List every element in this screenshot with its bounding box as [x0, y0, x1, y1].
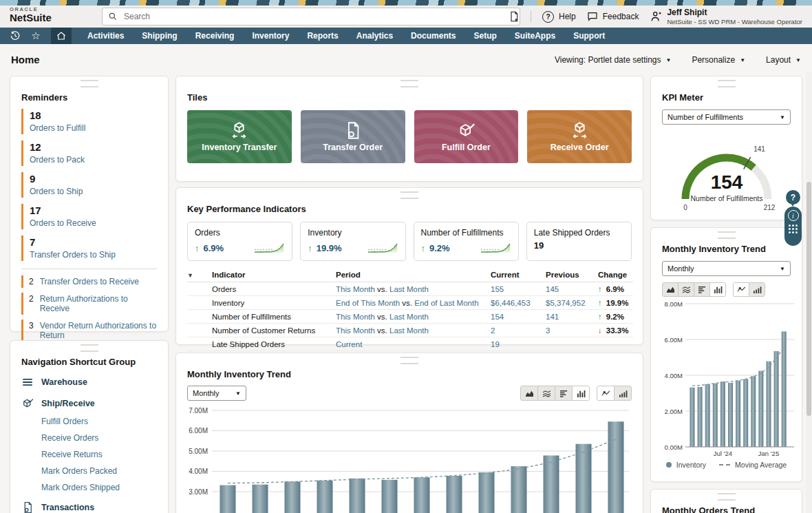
reminder-link[interactable]: Transfer Orders to Receive [40, 277, 139, 286]
nav-item-analytics[interactable]: Analytics [348, 28, 402, 44]
shortcut-link-receive-orders[interactable]: Receive Orders [10, 433, 168, 443]
kpi-card-inventory[interactable]: Inventory↑19.9% [300, 222, 405, 261]
nav-item-setup[interactable]: Setup [464, 28, 505, 44]
netsuite-logo[interactable]: ORACLE NetSuite [10, 7, 52, 23]
reminder-item[interactable]: 9Orders to Ship [21, 172, 157, 198]
previous-value-link[interactable]: 141 [546, 313, 559, 321]
reminder-item[interactable]: 2Transfer Orders to Receive [21, 275, 157, 288]
period-link[interactable]: This Month [336, 313, 375, 321]
reminder-link[interactable]: Return Authorizations to Receive [40, 294, 157, 313]
chart-type-lines-button[interactable] [679, 283, 694, 296]
nav-item-support[interactable]: Support [564, 28, 614, 44]
tile-fulfill-order[interactable]: Fulfill Order [414, 110, 519, 163]
current-value-link[interactable]: 154 [491, 313, 504, 321]
chart-type-hbars-button[interactable] [694, 283, 710, 296]
drag-handle[interactable] [81, 344, 98, 352]
apps-grid-icon[interactable] [789, 224, 798, 233]
recent-records-button[interactable] [6, 28, 25, 44]
drag-handle[interactable] [718, 493, 736, 501]
period-link[interactable]: Current [336, 340, 362, 348]
kpi-meter-select[interactable]: Number of Fulfillments▼ [662, 109, 791, 125]
shortcut-group-transactions[interactable]: Transactions [10, 501, 168, 513]
nav-item-shipping[interactable]: Shipping [133, 28, 186, 44]
search-input[interactable] [122, 11, 514, 22]
drag-handle[interactable] [400, 80, 418, 87]
previous-value-link[interactable]: $5,374,952 [546, 299, 586, 307]
kpi-card-late-shipped-orders[interactable]: Late Shipped Orders19 [526, 222, 632, 261]
nav-item-inventory[interactable]: Inventory [243, 28, 298, 44]
shortcut-group-ship-receive[interactable]: Ship/Receive [10, 397, 168, 410]
drag-handle[interactable] [400, 191, 418, 199]
range-select[interactable]: Monthly▼ [662, 261, 791, 276]
drag-handle[interactable] [718, 80, 736, 87]
reminder-link[interactable]: Transfer Orders to Ship [30, 250, 157, 260]
period-link[interactable]: End of This Month [336, 299, 400, 307]
global-search[interactable] [102, 8, 520, 25]
shortcuts-button[interactable]: ☆ [26, 28, 45, 44]
personalize-dropdown[interactable]: Personalize▼ [692, 55, 745, 65]
chart-type-cols-button[interactable] [710, 283, 725, 296]
current-value-link[interactable]: 19 [491, 340, 500, 348]
drag-handle[interactable] [81, 80, 98, 87]
chart-type-line-button[interactable] [734, 283, 749, 296]
chart-type-hbars-button[interactable] [555, 386, 573, 400]
chart-type-rising-button[interactable] [749, 283, 765, 296]
chart-type-lines-button[interactable] [538, 386, 555, 400]
nav-item-documents[interactable]: Documents [402, 28, 464, 44]
shortcut-group-warehouse[interactable]: Warehouse [10, 376, 168, 388]
reminder-link[interactable]: Orders to Fulfill [30, 123, 157, 133]
range-select[interactable]: Monthly▼ [187, 386, 246, 401]
info-icon[interactable]: i [788, 210, 799, 221]
reminder-item[interactable]: 18Orders to Fulfill [21, 109, 157, 134]
nav-item-suiteapps[interactable]: SuiteApps [506, 28, 564, 44]
kpi-card-orders[interactable]: Orders↑6.9% [187, 222, 292, 261]
reminder-item[interactable]: 12Orders to Pack [21, 140, 157, 166]
sort-header[interactable]: ▼ [187, 268, 212, 282]
new-record-button[interactable] [509, 11, 520, 22]
shortcut-link-mark-orders-packed[interactable]: Mark Orders Packed [10, 466, 168, 476]
chart-type-area-button[interactable] [521, 386, 538, 400]
reminder-item[interactable]: 17Orders to Receive [21, 204, 157, 229]
user-menu[interactable]: Jeff Shipit NetSuite - SS WD PRM - Wareh… [650, 8, 802, 26]
current-value-link[interactable]: 155 [491, 285, 504, 293]
shortcut-link-mark-orders-shipped[interactable]: Mark Orders Shipped [10, 483, 168, 492]
drag-handle[interactable] [400, 357, 418, 364]
reminder-item[interactable]: 2Return Authorizations to Receive [21, 293, 157, 315]
home-tab[interactable] [51, 28, 72, 44]
feedback-button[interactable]: Feedback [587, 11, 639, 22]
nav-item-reports[interactable]: Reports [298, 28, 347, 44]
help-button[interactable]: ?Help [542, 11, 576, 23]
current-value-link[interactable]: $6,446,453 [491, 299, 531, 307]
scrollbar-thumb[interactable] [806, 182, 811, 416]
reminder-link[interactable]: Orders to Pack [30, 155, 157, 165]
tile-transfer-order[interactable]: Transfer Order [301, 110, 405, 163]
reminder-item[interactable]: 7Transfer Orders to Ship [21, 235, 157, 261]
chart-type-cols-button[interactable] [573, 386, 589, 400]
period-link[interactable]: This Month [336, 326, 375, 335]
nav-item-activities[interactable]: Activities [78, 28, 133, 44]
previous-value-link[interactable]: 145 [546, 285, 559, 293]
previous-value-link[interactable]: 3 [546, 326, 550, 335]
sort-icon[interactable]: ▼ [187, 272, 193, 279]
viewing-dropdown[interactable]: Viewing: Portlet date settings▼ [555, 55, 671, 65]
chart-type-area-button[interactable] [663, 283, 679, 296]
drag-handle[interactable] [718, 231, 736, 239]
scrollbar-track[interactable] [806, 72, 812, 513]
shortcut-link-fulfill-orders[interactable]: Fulfill Orders [10, 417, 168, 426]
tile-inventory-transfer[interactable]: Inventory Transfer [187, 110, 292, 163]
shortcut-link-receive-returns[interactable]: Receive Returns [10, 450, 168, 459]
kpi-card-number-of-fulfillments[interactable]: Number of Fulfillments↑9.2% [414, 222, 519, 261]
tile-receive-order[interactable]: Receive Order [527, 110, 632, 163]
chart-type-line-button[interactable] [597, 386, 615, 400]
reminder-link[interactable]: Vendor Return Authorizations to Return [40, 321, 157, 340]
help-pin-button[interactable]: ? [786, 190, 800, 205]
reminder-item[interactable]: 3Vendor Return Authorizations to Return [21, 320, 157, 342]
period-link[interactable]: This Month [336, 285, 375, 293]
period-link[interactable]: Last Month [389, 313, 429, 321]
period-link[interactable]: End of Last Month [414, 299, 478, 307]
period-link[interactable]: Last Month [389, 285, 429, 293]
nav-item-receiving[interactable]: Receiving [186, 28, 244, 44]
reminder-link[interactable]: Orders to Ship [30, 187, 157, 196]
current-value-link[interactable]: 2 [491, 326, 495, 335]
layout-dropdown[interactable]: Layout▼ [766, 55, 801, 65]
